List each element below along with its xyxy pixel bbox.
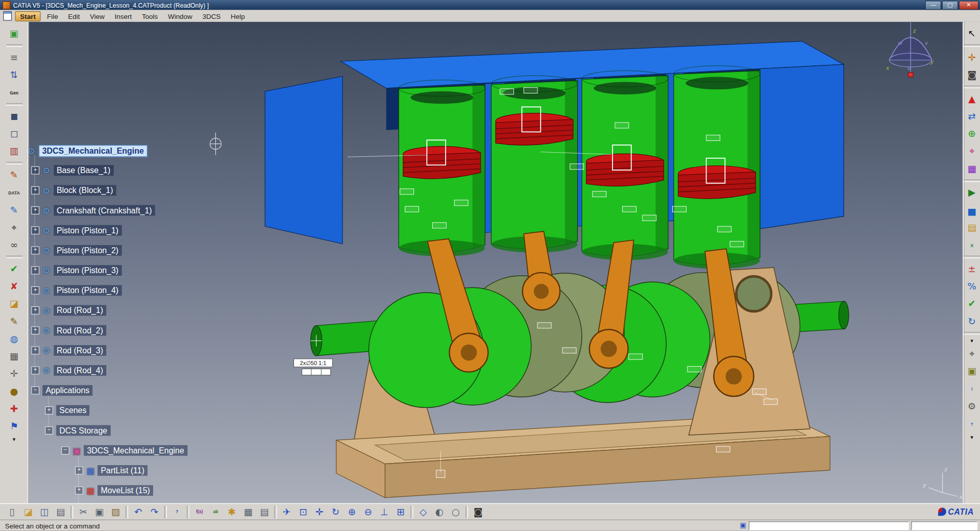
snap-icon[interactable]: ✛	[7, 367, 21, 381]
report-icon[interactable]: ▤	[964, 220, 979, 235]
tree-expander-plus[interactable]: +	[31, 206, 39, 214]
dcs-model-navigator-icon[interactable]: ▲	[964, 91, 979, 106]
close-button[interactable]: ✕	[959, 1, 978, 10]
maximize-button[interactable]: ▢	[942, 1, 958, 10]
tree-label[interactable]: Applications	[42, 385, 92, 396]
deviation-icon[interactable]: ±	[964, 261, 979, 276]
reorder-icon[interactable]: ⇅	[7, 67, 21, 82]
title-bar[interactable]: CATIA V5 - [3DCS_Mech_Engine_Lesson_4.CA…	[0, 0, 980, 10]
tree-expander-plus[interactable]: +	[31, 367, 39, 375]
shaded-view-icon[interactable]: ◐	[432, 504, 447, 519]
menu-item-window[interactable]: Window	[163, 11, 197, 21]
tree-expander-plus[interactable]: +	[31, 286, 39, 295]
tree-icon-component[interactable]: ⚙	[42, 166, 50, 175]
tree-icon-component[interactable]: ⚙	[42, 326, 50, 335]
catalog-icon[interactable]: ▤	[257, 504, 272, 519]
calculator-grid-icon[interactable]: ▦	[240, 504, 255, 519]
iso-view-icon[interactable]: ◇	[415, 504, 430, 519]
axis-system-icon[interactable]: ⌖	[7, 220, 21, 235]
gen-dimensions-icon[interactable]: Gen	[7, 85, 21, 100]
tree-label[interactable]: Rod (Rod_1)	[54, 305, 106, 316]
select-arrow-icon[interactable]: ↖	[964, 26, 979, 41]
knowledge-icon[interactable]: ✱	[225, 504, 239, 519]
settings-gear-icon[interactable]: ⚙	[964, 399, 979, 414]
rotate-icon[interactable]: ↻	[328, 504, 343, 519]
secondary-input[interactable]	[911, 521, 977, 530]
tree-expander-plus[interactable]: +	[75, 466, 83, 474]
columns-table-icon[interactable]: ▥	[7, 144, 21, 159]
tree-icon-component[interactable]: ⚙	[42, 206, 50, 214]
tree-expander-plus[interactable]: +	[75, 487, 83, 495]
copy-icon[interactable]: ▣	[92, 504, 107, 519]
tree-label[interactable]: PartList (11)	[97, 465, 148, 476]
measure-pen-icon[interactable]: ✎	[7, 314, 21, 329]
tree-label[interactable]: Crankshaft (Crankshaft_1)	[54, 205, 155, 216]
3d-viewport[interactable]	[29, 22, 962, 503]
dcs-analysis-icon[interactable]: ▦	[964, 161, 979, 176]
data-icon[interactable]: DATA	[7, 185, 21, 200]
grid-icon[interactable]: ▦	[7, 349, 21, 364]
cut-icon[interactable]: ✂	[76, 504, 90, 519]
new-document-icon[interactable]: ▯	[5, 504, 19, 519]
paint-icon[interactable]: ✎	[7, 203, 21, 218]
tree-label[interactable]: MoveList (15)	[97, 485, 153, 496]
dcs-tolerance-icon[interactable]: ⊕	[964, 126, 979, 141]
minimize-button[interactable]: —	[925, 1, 941, 10]
tree-label[interactable]: Base (Base_1)	[54, 165, 114, 176]
tree-expander-plus[interactable]: +	[31, 186, 39, 195]
histogram-icon[interactable]: ▅	[964, 203, 979, 218]
fit-all-icon[interactable]: ⊡	[296, 504, 310, 519]
menu-item-help[interactable]: Help	[226, 11, 250, 21]
tree-icon-component[interactable]: ⚙	[42, 306, 50, 315]
menu-item-file[interactable]: File	[42, 11, 63, 21]
solid-cube-icon[interactable]: ◼	[7, 109, 21, 124]
menu-item-start[interactable]: Start	[15, 11, 40, 21]
multi-view-icon[interactable]: ⊞	[393, 504, 408, 519]
tree-expander-plus[interactable]: +	[31, 246, 39, 254]
tree-icon-component[interactable]: ⚙	[42, 286, 50, 295]
menu-item-tools[interactable]: Tools	[137, 11, 163, 21]
tree-icon-component[interactable]: ⚙	[42, 346, 50, 355]
tree-expander-plus[interactable]: +	[31, 306, 39, 315]
tree-icon-component[interactable]: ⚙	[42, 186, 50, 195]
zoom-in-icon[interactable]: ⊕	[345, 504, 359, 519]
delete-icon[interactable]: ✘	[7, 279, 21, 294]
tree-label[interactable]: Rod (Rod_2)	[54, 325, 106, 336]
open-folder-icon[interactable]: ◪	[7, 296, 21, 311]
tree-label[interactable]: Piston (Piston_2)	[54, 245, 121, 256]
dcs-compass-icon[interactable]: ✛	[964, 50, 979, 65]
tree-icon-dcsproduct[interactable]: ▣	[72, 446, 81, 455]
fx-icon[interactable]: f(x)	[192, 504, 207, 519]
tree-expander-minus[interactable]: −	[31, 387, 39, 395]
product-structure-icon[interactable]: ≡	[7, 50, 21, 65]
lock-icon[interactable]: ●	[7, 384, 21, 399]
tree-expander-plus[interactable]: +	[31, 226, 39, 234]
spellcheck-icon[interactable]: ab	[208, 504, 223, 519]
menu-item-3dcs[interactable]: 3DCS	[198, 11, 226, 21]
tree-label[interactable]: 3DCS_Mechanical_Engine	[38, 145, 148, 157]
add-icon[interactable]: ✚	[7, 401, 21, 416]
tree-label[interactable]: DCS Storage	[56, 425, 110, 436]
pan-icon[interactable]: ✛	[312, 504, 327, 519]
toolbar-overflow-arrow[interactable]: ▾	[13, 437, 16, 443]
dcs-measurement-icon[interactable]: ⌖	[964, 144, 979, 159]
tree-label[interactable]: Block (Block_1)	[54, 185, 116, 196]
update-icon[interactable]: ↻	[964, 314, 979, 329]
sketch-icon[interactable]: ✎	[7, 167, 21, 182]
wireframe-cube-icon[interactable]: ◻	[7, 126, 21, 141]
menu-item-insert[interactable]: Insert	[110, 11, 137, 21]
tree-expander-plus[interactable]: +	[31, 166, 39, 175]
simulation-run-icon[interactable]: ▶	[964, 185, 979, 200]
tree-label[interactable]: 3DCS_Mechanical_Engine	[84, 445, 187, 456]
tree-icon-component[interactable]: ⚙	[42, 226, 50, 235]
tree-expander-minus[interactable]: −	[61, 446, 69, 454]
info-icon[interactable]: i	[964, 381, 979, 396]
zoom-out-icon[interactable]: ⊖	[361, 504, 376, 519]
locate-icon[interactable]: ⌖	[964, 346, 979, 361]
excel-export-icon[interactable]: X	[964, 237, 979, 252]
redo-icon[interactable]: ↷	[147, 504, 162, 519]
context-help-icon[interactable]: ?	[169, 504, 184, 519]
flag-icon[interactable]: ⚑	[7, 419, 21, 433]
tree-expander-plus[interactable]: +	[31, 326, 39, 334]
menu-item-edit[interactable]: Edit	[63, 11, 85, 21]
